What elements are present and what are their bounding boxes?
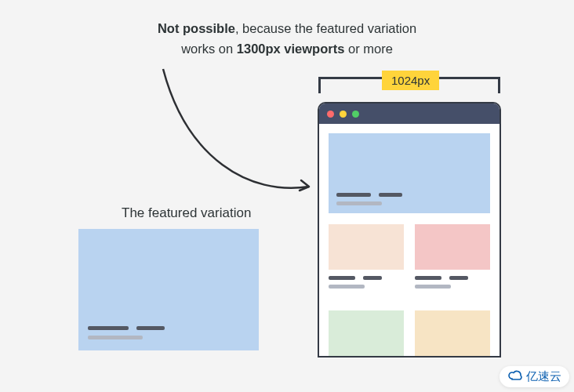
featured-variation-card <box>78 229 259 350</box>
placeholder-text-lines <box>415 276 490 289</box>
caption-text-2a: works on <box>181 42 237 56</box>
arrow-illustration <box>155 64 328 221</box>
window-minimize-icon <box>340 111 347 118</box>
placeholder-text-lines <box>336 193 402 205</box>
watermark-badge: 亿速云 <box>500 366 569 387</box>
grid-tile <box>329 224 404 270</box>
caption-strong-2: 1300px viewports <box>237 42 345 56</box>
watermark-text: 亿速云 <box>526 369 561 384</box>
grid-tile <box>329 310 404 356</box>
placeholder-text-lines <box>88 326 165 339</box>
browser-titlebar <box>319 103 500 124</box>
grid-tile <box>415 310 490 356</box>
placeholder-text-lines <box>329 276 404 289</box>
grid-tile <box>415 224 490 270</box>
caption-strong-1: Not possible <box>158 21 235 35</box>
card-grid <box>329 224 490 356</box>
hero-card <box>329 133 490 213</box>
browser-viewport <box>319 124 500 356</box>
cloud-icon <box>507 370 523 383</box>
caption-text-2b: or more <box>344 42 392 56</box>
dimension-label: 1024px <box>382 71 439 90</box>
window-maximize-icon <box>352 111 359 118</box>
window-close-icon <box>327 111 334 118</box>
browser-mockup <box>318 102 501 358</box>
featured-variation-label: The featured variation <box>122 205 251 221</box>
headline-caption: Not possible, because the featured varia… <box>0 0 574 59</box>
caption-text-1: , because the featured variation <box>235 21 416 35</box>
